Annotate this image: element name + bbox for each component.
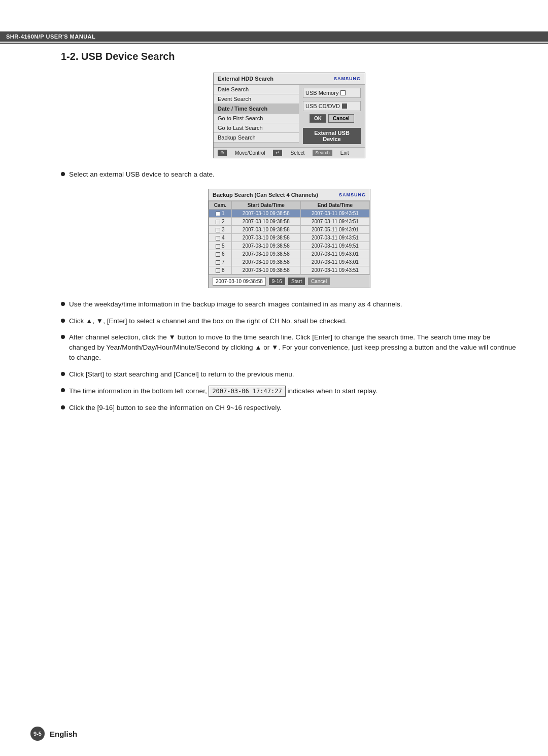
menu-last-search[interactable]: Go to Last Search — [214, 123, 299, 133]
select-label: Select — [290, 150, 304, 156]
start-cell: 2007-03-10 09:38:58 — [231, 210, 300, 218]
bullet-text-7: Click the [9-16] button to see the infor… — [69, 403, 282, 413]
bullet-dot-7 — [61, 405, 65, 409]
start-cell: 2007-03-10 09:38:58 — [231, 250, 300, 258]
samsung-logo1: SAMSUNG — [334, 76, 361, 81]
start-cell: 2007-03-10 09:38:58 — [231, 218, 300, 226]
table-row[interactable]: 2 2007-03-10 09:38:582007-03-11 09:43:51 — [209, 218, 370, 226]
dialog1-cancel-btn[interactable]: Cancel — [328, 114, 354, 123]
backup-search-dialog: Backup Search (Can Select 4 Channels) SA… — [208, 189, 370, 288]
bullet-text-5: Click [Start] to start searching and [Ca… — [69, 369, 294, 380]
dialog1-right: USB Memory USB CD/DVD OK Cancel External… — [299, 85, 365, 147]
end-cell: 2007-03-11 09:43:51 — [300, 266, 369, 274]
table-row[interactable]: 7 2007-03-10 09:38:582007-03-11 09:43:01 — [209, 258, 370, 266]
bullet-start-cancel: Click [Start] to start searching and [Ca… — [61, 369, 518, 380]
dialog1-buttons: OK Cancel — [303, 114, 361, 123]
cam-cell: 7 — [209, 258, 232, 266]
dialog1-title: External HDD Search — [218, 76, 273, 82]
cam-cell: 4 — [209, 234, 232, 242]
start-cell: 2007-03-10 09:38:58 — [231, 258, 300, 266]
table-row[interactable]: 1 2007-03-10 09:38:582007-03-11 09:43:51 — [209, 210, 370, 218]
usb-cdvd-label: USB CD/DVD — [305, 103, 340, 109]
bullet-channel-selection: After channel selection, click the ▼ but… — [61, 332, 518, 363]
table-row[interactable]: 8 2007-03-10 09:38:582007-03-11 09:43:51 — [209, 266, 370, 274]
bullets-section: Use the weekday/time information in the … — [61, 299, 518, 413]
bullet-dot-3 — [61, 319, 65, 323]
start-cell: 2007-03-10 09:38:58 — [231, 266, 300, 274]
end-cell: 2007-03-11 09:43:51 — [300, 218, 369, 226]
end-cell: 2007-03-11 09:49:51 — [300, 242, 369, 250]
usb-cdvd-row[interactable]: USB CD/DVD — [303, 101, 361, 111]
footer-cancel-btn[interactable]: Cancel — [308, 278, 330, 285]
end-cell: 2007-03-11 09:43:51 — [300, 210, 369, 218]
dialog1-body: Date Search Event Search Date / Time Sea… — [214, 85, 365, 147]
move-control-btn[interactable]: ⊕ — [218, 150, 227, 156]
end-cell: 2007-05-11 09:43:01 — [300, 226, 369, 234]
exit-btn[interactable]: Search — [313, 150, 332, 156]
time-inline-box: 2007-03-06 17:47:27 — [209, 386, 285, 397]
bullet-text-3: Click ▲, ▼, [Enter] to select a channel … — [69, 316, 347, 326]
dialog1-left: Date Search Event Search Date / Time Sea… — [214, 85, 299, 147]
bullet-click-arrows: Click ▲, ▼, [Enter] to select a channel … — [61, 316, 518, 326]
table-row[interactable]: 6 2007-03-10 09:38:582007-03-11 09:43:01 — [209, 250, 370, 258]
usb-memory-label: USB Memory — [305, 90, 338, 96]
menu-date-time-search[interactable]: Date / Time Search — [214, 104, 299, 114]
dialog2-footer: 2007-03-10 09:38:58 9-16 Start Cancel — [209, 274, 370, 288]
bullet-weekday: Use the weekday/time information in the … — [61, 299, 518, 310]
screenshot-backup-search: Backup Search (Can Select 4 Channels) SA… — [61, 189, 518, 288]
bullet-text-1: Select an external USB device to search … — [69, 169, 215, 180]
backup-table: Cam. Start Date/Time End Date/Time 1 200… — [209, 201, 370, 274]
bullet-dot-4 — [61, 335, 65, 339]
usb-memory-checkbox[interactable] — [340, 90, 346, 95]
bullet-text-2: Use the weekday/time information in the … — [69, 299, 402, 310]
end-cell: 2007-03-11 09:43:51 — [300, 234, 369, 242]
bullet-dot-5 — [61, 372, 65, 376]
dialog1-title-row: External HDD Search SAMSUNG — [214, 73, 365, 85]
manual-title: SHR-4160N/P USER'S MANUAL — [6, 33, 95, 40]
exit-label: Exit — [340, 150, 349, 156]
screenshot-external-hdd: External HDD Search SAMSUNG Date Search … — [61, 73, 518, 158]
start-btn[interactable]: Start — [288, 278, 305, 285]
dialog1-ok-btn[interactable]: OK — [310, 114, 326, 123]
usb-cdvd-checkbox[interactable] — [342, 104, 347, 109]
page-badge: 9-5 — [30, 727, 45, 741]
bullet-dot-6 — [61, 388, 65, 392]
external-usb-label[interactable]: External USB Device — [303, 128, 361, 144]
header-bar: SHR-4160N/P USER'S MANUAL — [0, 31, 548, 42]
table-row[interactable]: 4 2007-03-10 09:38:582007-03-11 09:43:51 — [209, 234, 370, 242]
header-line — [0, 43, 548, 44]
usb-memory-row[interactable]: USB Memory — [303, 88, 361, 98]
end-cell: 2007-03-11 09:43:01 — [300, 250, 369, 258]
menu-first-search[interactable]: Go to First Search — [214, 114, 299, 123]
range-btn[interactable]: 9-16 — [269, 278, 285, 285]
bullet-text-6: The time information in the bottom left … — [69, 386, 378, 397]
bullet-time-info: The time information in the bottom left … — [61, 386, 518, 397]
col-end: End Date/Time — [300, 201, 369, 210]
bullet-9-16: Click the [9-16] button to see the infor… — [61, 403, 518, 413]
cam-cell: 8 — [209, 266, 232, 274]
cam-cell: 2 — [209, 218, 232, 226]
page-footer: 9-5 English — [30, 727, 77, 741]
start-cell: 2007-03-10 09:38:58 — [231, 242, 300, 250]
start-cell: 2007-03-10 09:38:58 — [231, 226, 300, 234]
col-start: Start Date/Time — [231, 201, 300, 210]
move-control-label: Move/Control — [235, 150, 265, 156]
table-row[interactable]: 5 2007-03-10 09:38:582007-03-11 09:49:51 — [209, 242, 370, 250]
section-title: 1-2. USB Device Search — [61, 51, 518, 62]
external-hdd-dialog: External HDD Search SAMSUNG Date Search … — [213, 73, 365, 158]
end-cell: 2007-03-11 09:43:01 — [300, 258, 369, 266]
bullet-select-usb: Select an external USB device to search … — [61, 169, 518, 180]
select-btn[interactable]: ↵ — [273, 150, 282, 156]
menu-date-search[interactable]: Date Search — [214, 85, 299, 94]
table-row[interactable]: 3 2007-03-10 09:38:582007-05-11 09:43:01 — [209, 226, 370, 234]
dialog2-title: Backup Search (Can Select 4 Channels) — [213, 192, 318, 198]
menu-event-search[interactable]: Event Search — [214, 94, 299, 104]
bullet-dot-2 — [61, 302, 65, 306]
dialog2-title-row: Backup Search (Can Select 4 Channels) SA… — [209, 189, 370, 201]
menu-backup-search[interactable]: Backup Search — [214, 133, 299, 143]
cam-cell: 3 — [209, 226, 232, 234]
page-language: English — [50, 730, 77, 738]
cam-cell: 5 — [209, 242, 232, 250]
start-cell: 2007-03-10 09:38:58 — [231, 234, 300, 242]
samsung-logo2: SAMSUNG — [339, 192, 366, 197]
